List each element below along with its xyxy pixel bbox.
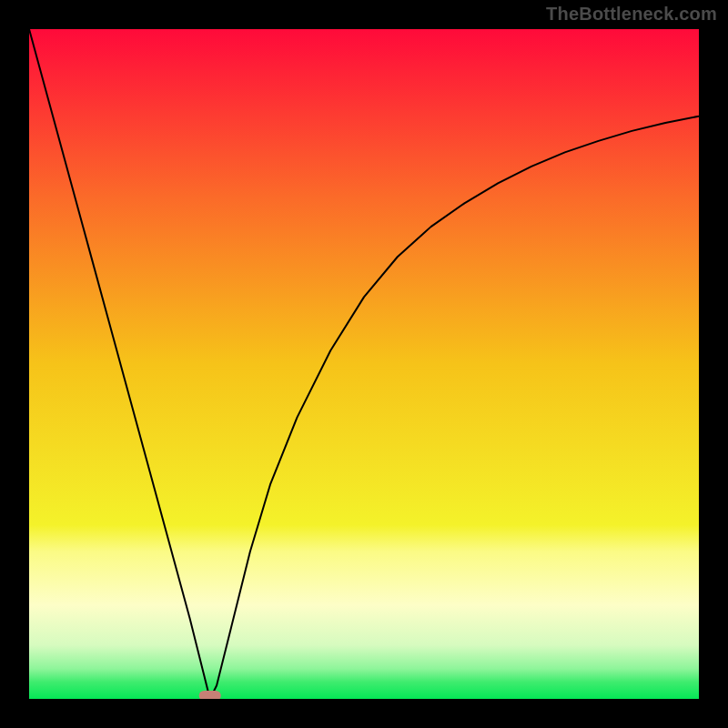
stage: TheBottleneck.com: [0, 0, 728, 728]
plot-background: [29, 29, 699, 699]
watermark-text: TheBottleneck.com: [546, 4, 717, 25]
plot-area: [29, 29, 699, 699]
min-marker: [199, 691, 221, 699]
chart-svg: [29, 29, 699, 699]
plot-frame: [29, 29, 699, 699]
